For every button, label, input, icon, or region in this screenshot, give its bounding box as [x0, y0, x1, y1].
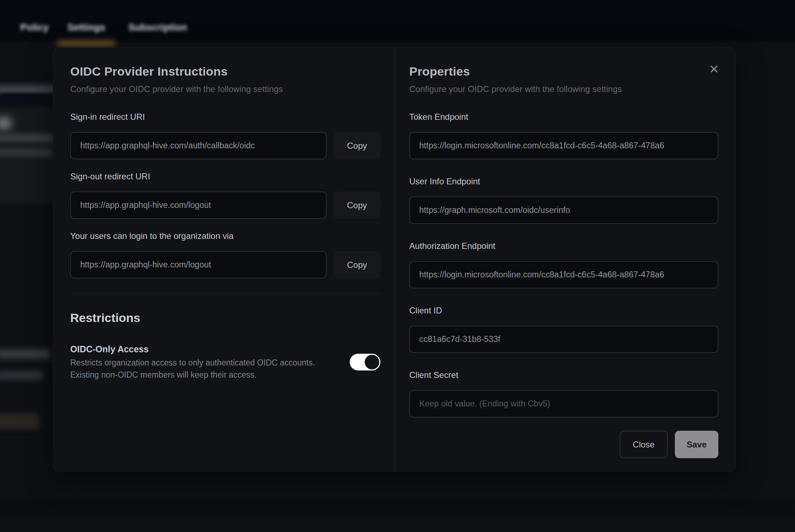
oidc-settings-dialog: ✕ OIDC Provider Instructions Configure y… — [53, 47, 736, 472]
client-id-input[interactable] — [409, 326, 718, 353]
tab-settings[interactable]: Settings — [67, 22, 106, 39]
blurred-background-band — [0, 93, 53, 104]
oidc-only-access-description: Restricts organization access to only au… — [70, 357, 315, 381]
organization-login-uri-input[interactable] — [70, 251, 327, 278]
close-button[interactable]: Close — [620, 431, 668, 458]
blurred-background-text — [0, 118, 11, 129]
properties-section: Properties Configure your OIDC provider … — [395, 48, 735, 471]
user-info-endpoint-label: User Info Endpoint — [409, 176, 718, 187]
signout-redirect-uri-input[interactable] — [70, 191, 327, 219]
description-line: Existing non-OIDC members will keep thei… — [70, 370, 257, 379]
section-subtitle: Configure your OIDC provider with the fo… — [409, 83, 718, 95]
blurred-background-card — [0, 107, 54, 204]
dialog-actions: Close Save — [409, 431, 718, 458]
user-info-endpoint-input[interactable] — [409, 196, 718, 224]
tab-policy[interactable]: Policy — [20, 22, 49, 39]
blurred-background-button — [0, 413, 39, 429]
token-endpoint-label: Token Endpoint — [409, 111, 718, 123]
client-secret-input[interactable] — [409, 390, 718, 418]
background-tab-bar: Policy Settings Subscription — [0, 0, 795, 42]
restrictions-heading: Restrictions — [70, 310, 380, 325]
toggle-knob — [365, 355, 379, 369]
section-title: Properties — [409, 63, 718, 79]
copy-signout-uri-button[interactable]: Copy — [334, 191, 380, 219]
section-divider — [70, 293, 380, 294]
save-button[interactable]: Save — [675, 431, 718, 458]
organization-login-uri-label: Your users can login to the organization… — [70, 230, 380, 242]
close-icon[interactable]: ✕ — [705, 60, 723, 78]
signin-redirect-uri-label: Sign-in redirect URI — [70, 111, 380, 123]
blurred-background-text — [0, 85, 56, 94]
authorization-endpoint-label: Authorization Endpoint — [409, 240, 718, 252]
blurred-background-text — [0, 149, 53, 156]
oidc-only-access-toggle[interactable] — [350, 354, 380, 370]
blurred-background-text — [0, 372, 43, 379]
tab-subscription[interactable]: Subscription — [128, 22, 187, 39]
section-subtitle: Configure your OIDC provider with the fo… — [70, 83, 380, 95]
oidc-only-access-label: OIDC-Only Access — [70, 343, 315, 355]
active-tab-indicator — [57, 41, 116, 46]
authorization-endpoint-input[interactable] — [409, 261, 718, 288]
oidc-instructions-section: OIDC Provider Instructions Configure you… — [53, 48, 395, 471]
signin-redirect-uri-input[interactable] — [70, 132, 327, 159]
screen: Policy Settings Subscription ✕ OIDC Prov… — [0, 0, 795, 532]
client-secret-label: Client Secret — [409, 369, 718, 381]
blurred-background-text — [0, 349, 51, 359]
section-title: OIDC Provider Instructions — [70, 63, 380, 79]
description-line: Restricts organization access to only au… — [70, 358, 315, 367]
copy-signin-uri-button[interactable]: Copy — [334, 132, 380, 159]
oidc-only-access-row: OIDC-Only Access Restricts organization … — [70, 343, 380, 381]
blurred-background-band — [0, 501, 795, 514]
signout-redirect-uri-label: Sign-out redirect URI — [70, 171, 380, 182]
token-endpoint-input[interactable] — [409, 132, 718, 159]
copy-login-uri-button[interactable]: Copy — [334, 251, 380, 278]
blurred-background-text — [0, 134, 54, 142]
client-id-label: Client ID — [409, 305, 718, 316]
